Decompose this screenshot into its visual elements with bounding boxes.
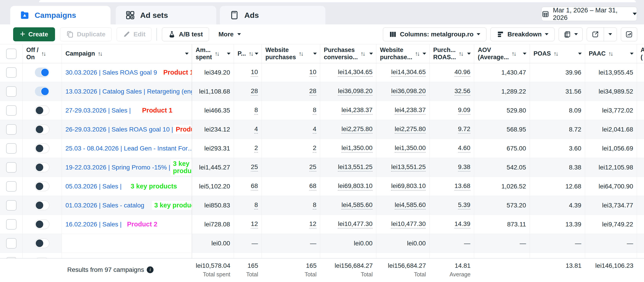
row-checkbox[interactable] [6, 124, 16, 135]
column-header-poas[interactable]: POAS↑↓ [530, 44, 585, 63]
campaign-toggle[interactable] [35, 106, 49, 115]
campaign-name-link[interactable]: 19-22.03.2026 | Spring Promo -15% | [66, 164, 170, 171]
ab-test-button[interactable]: A/B test [162, 27, 209, 41]
metric-value: 12 [309, 220, 316, 228]
sort-icon[interactable]: ↑↓ [360, 50, 364, 57]
metric-value: 40.96 [454, 68, 470, 77]
export-options-button[interactable] [604, 27, 616, 41]
row-checkbox[interactable] [6, 162, 16, 173]
overflow-cell [637, 63, 644, 82]
column-header-purchases[interactable]: P...↑↓ [234, 44, 262, 63]
total-value: 13.81 [566, 262, 582, 270]
column-header-campaign[interactable]: Campaign↑↓ [62, 44, 192, 63]
row-checkbox[interactable] [6, 238, 16, 249]
date-range-button[interactable]: Mar 1, 2026 – Mar 31, 2026 [542, 7, 637, 21]
row-checkbox[interactable] [6, 200, 16, 211]
table-row: 26-29.03.2026 | Sales ROAS goal 10 |Prod… [0, 120, 644, 139]
metric-value: lei13,955.45 [598, 69, 633, 76]
campaign-name-link[interactable]: 16.02.2026 | Sales | [66, 221, 122, 228]
edit-button[interactable]: Edit [116, 27, 152, 41]
row-checkbox[interactable] [6, 181, 16, 192]
metric-cell-paac: lei2,041.68 [585, 120, 637, 139]
info-icon[interactable]: i [147, 267, 154, 273]
row-checkbox[interactable] [6, 219, 16, 230]
campaign-name-link[interactable]: 27-29.03.2026 | Sales | [66, 107, 131, 114]
campaign-toggle[interactable] [35, 143, 49, 153]
sort-icon[interactable]: ↑↓ [215, 50, 219, 57]
metric-cell-aov: 1,026.52 [474, 177, 530, 196]
campaign-toggle[interactable] [35, 238, 49, 248]
metric-cell-roas: 5.39 [430, 196, 474, 215]
tab-ads[interactable]: Ads [220, 6, 326, 24]
export-split-button[interactable] [587, 27, 617, 41]
campaign-name-link[interactable]: 13.03.2026 | Catalog Sales | Retargeting… [66, 88, 192, 95]
sort-icon[interactable]: ↑↓ [459, 50, 463, 57]
charts-button[interactable] [621, 27, 637, 41]
column-header-web_purchases[interactable]: Websitepurchases↑↓ [262, 44, 320, 63]
columns-button[interactable]: Columns: metalgroup.ro [383, 27, 486, 41]
campaign-name-link[interactable]: 05.03.2026 | Sales | [66, 183, 122, 190]
row-checkbox[interactable] [6, 105, 16, 116]
column-header-roas[interactable]: Purch...ROAS...↑↓ [430, 44, 474, 63]
row-checkbox[interactable] [6, 143, 16, 154]
campaign-toggle[interactable] [35, 125, 49, 134]
select-all-checkbox[interactable] [6, 49, 16, 59]
tab-ad-sets[interactable]: Ad sets [116, 6, 216, 24]
column-menu-caret-icon[interactable] [422, 53, 426, 55]
campaign-name-link[interactable]: 26-29.03.2026 | Sales ROAS goal 10 | [66, 126, 173, 133]
campaign-name-link[interactable]: 01.03.2026 | Sales - catalog [66, 202, 144, 209]
sort-icon[interactable]: ↑↓ [299, 50, 303, 57]
columns-icon [389, 30, 397, 38]
campaign-toggle[interactable] [35, 181, 49, 191]
create-button[interactable]: + Create [13, 27, 55, 41]
column-menu-caret-icon[interactable] [467, 53, 471, 55]
reports-button[interactable] [559, 27, 583, 41]
column-menu-caret-icon[interactable] [227, 53, 230, 55]
column-menu-caret-icon[interactable] [523, 53, 526, 55]
sort-icon[interactable]: ↑↓ [608, 50, 612, 57]
campaign-toggle[interactable] [35, 68, 49, 77]
column-header-aov[interactable]: AOV(Average...↑↓ [474, 44, 530, 63]
ads-manager-app: Campaigns Ad sets Ads Mar 1, 2026 – Mar … [0, 0, 644, 282]
column-menu-caret-icon[interactable] [255, 53, 258, 55]
campaign-toggle[interactable] [35, 200, 49, 210]
metric-cell-web_conv_value: lei1,350.00 [376, 139, 430, 158]
column-header-web_conv_value[interactable]: Websitepurchase...↑↓ [376, 44, 430, 63]
campaign-toggle[interactable] [35, 162, 49, 172]
campaign-toggle[interactable] [35, 87, 49, 96]
column-menu-caret-icon[interactable] [578, 53, 582, 55]
campaign-name-link[interactable]: 30.03.2026 | Sales ROAS goal 9 [66, 69, 157, 76]
column-menu-caret-icon[interactable] [313, 53, 317, 55]
breakdown-button[interactable]: Breakdown [490, 27, 554, 41]
sort-icon[interactable]: ↑↓ [415, 50, 419, 57]
column-header-conv_value[interactable]: Purchasesconversio...↑↓ [320, 44, 376, 63]
column-header-check[interactable] [0, 44, 23, 63]
sort-icon[interactable]: ↑↓ [41, 50, 45, 57]
column-header-label: Purchasesconversio... [324, 47, 358, 61]
column-header-spent[interactable]: Am...spent↑↓ [192, 44, 234, 63]
tab-campaigns[interactable]: Campaigns [10, 6, 110, 24]
sort-icon[interactable]: ↑↓ [554, 50, 558, 57]
column-menu-caret-icon[interactable] [630, 53, 634, 55]
campaign-name-link[interactable]: 25.03 - 08.04.2026 | Lead Gen - Instant … [66, 145, 192, 152]
column-header-off_on[interactable]: Off /On↑↓ [23, 44, 62, 63]
sort-icon[interactable]: ↑↓ [512, 50, 516, 57]
metric-value: — [252, 240, 258, 247]
overflow-cell [637, 177, 644, 196]
more-button[interactable]: More [213, 27, 247, 41]
metric-value: 39.96 [566, 69, 581, 76]
row-checkbox[interactable] [6, 86, 16, 97]
column-header-overflow[interactable]: A( [637, 44, 644, 63]
export-button[interactable] [587, 27, 604, 41]
metric-value: lei3,772.02 [602, 107, 633, 114]
sort-icon[interactable]: ↑↓ [249, 50, 253, 57]
column-menu-caret-icon[interactable] [185, 53, 189, 55]
campaign-toggle[interactable] [35, 219, 49, 229]
metric-value: 28 [309, 87, 316, 96]
total-paac: lei146,106.23 [585, 262, 637, 278]
sort-icon[interactable]: ↑↓ [98, 50, 102, 57]
column-menu-caret-icon[interactable] [369, 53, 373, 55]
duplicate-button[interactable]: Duplicate [60, 27, 112, 41]
column-header-paac[interactable]: PAAC↑↓ [585, 44, 637, 63]
row-checkbox[interactable] [6, 67, 16, 78]
